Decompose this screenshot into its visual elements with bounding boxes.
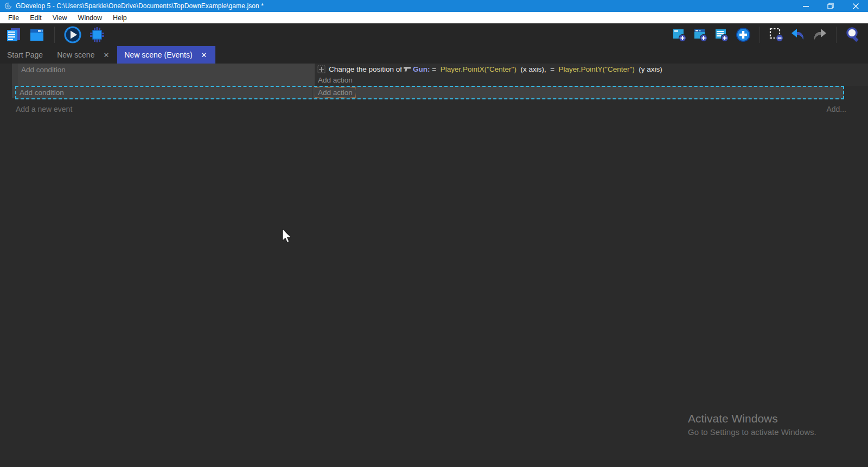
event2-add-condition[interactable]: Add condition — [16, 89, 312, 97]
remove-selection-icon[interactable] — [769, 27, 784, 42]
action-equals: = — [550, 65, 558, 73]
add-subevent-icon[interactable] — [693, 28, 708, 42]
toolbar-divider — [760, 27, 760, 43]
condition-action-divider — [312, 87, 313, 98]
gun-object-icon — [403, 66, 411, 72]
add-new-event-button[interactable]: Add a new event — [16, 105, 72, 113]
toolbar-divider — [836, 27, 837, 43]
event2-selected[interactable]: Add condition Add action — [15, 86, 844, 99]
add-more-icon[interactable] — [736, 27, 751, 42]
menu-help[interactable]: Help — [107, 12, 132, 23]
debugger-icon[interactable] — [88, 26, 106, 43]
add-comment-icon[interactable] — [714, 28, 729, 42]
tab-close-icon[interactable]: ✕ — [200, 51, 208, 60]
tab-bar: Start Page New scene ✕ New scene (Events… — [0, 46, 868, 64]
event1-add-condition[interactable]: Add condition — [18, 64, 315, 86]
menu-window[interactable]: Window — [73, 12, 107, 23]
close-button[interactable] — [843, 0, 868, 12]
tab-start-page[interactable]: Start Page — [0, 46, 50, 64]
redo-icon[interactable] — [812, 28, 827, 42]
menu-view[interactable]: View — [47, 12, 73, 23]
action-expression-x: Player.PointX("Center") — [441, 65, 516, 73]
tab-new-scene[interactable]: New scene ✕ — [50, 46, 117, 64]
gdevelop-logo-icon — [4, 2, 12, 10]
action-text-prefix: Change the position of — [329, 65, 402, 73]
title-bar: GDevelop 5 - C:\Users\Sparkle\OneDrive\D… — [0, 0, 868, 12]
tab-label: New scene — [57, 51, 94, 59]
action-object-name: Gun: — [413, 65, 430, 73]
event1-actions: Change the position of Gun: = Player.Poi… — [315, 64, 868, 86]
watermark-title: Activate Windows — [688, 412, 816, 425]
tab-label: Start Page — [7, 51, 43, 59]
toolbar-divider — [54, 27, 55, 43]
activate-windows-watermark: Activate Windows Go to Settings to activ… — [688, 412, 816, 437]
menu-bar: File Edit View Window Help — [0, 12, 868, 23]
menu-file[interactable]: File — [3, 12, 24, 23]
toolbar — [0, 23, 868, 46]
tab-new-scene-events[interactable]: New scene (Events) ✕ — [117, 46, 215, 64]
action-expression-y: Player.PointY("Center") — [559, 65, 635, 73]
watermark-subtitle: Go to Settings to activate Windows. — [688, 427, 816, 437]
tab-close-icon[interactable]: ✕ — [102, 51, 110, 60]
window-title: GDevelop 5 - C:\Users\Sparkle\OneDrive\D… — [16, 2, 264, 10]
tab-label: New scene (Events) — [124, 51, 192, 59]
mouse-cursor — [282, 229, 292, 244]
action-text-mid: (x axis), — [516, 65, 550, 73]
event1-add-action[interactable]: Add action — [315, 75, 868, 84]
event2-add-action[interactable]: Add action — [315, 87, 356, 98]
scene-editor-icon[interactable] — [29, 27, 45, 43]
search-icon[interactable] — [845, 27, 860, 43]
add-event-icon[interactable] — [672, 28, 687, 42]
action-text-suffix: (y axis) — [635, 65, 662, 73]
project-manager-icon[interactable] — [5, 27, 22, 43]
action-equals: = — [430, 65, 441, 73]
minimize-button[interactable] — [793, 0, 818, 12]
action-change-position[interactable]: Change the position of Gun: = Player.Poi… — [315, 64, 868, 75]
position-icon — [317, 65, 326, 73]
preview-play-icon[interactable] — [64, 26, 81, 43]
menu-edit[interactable]: Edit — [24, 12, 47, 23]
add-shortcut-button[interactable]: Add... — [826, 105, 846, 113]
restore-button[interactable] — [818, 0, 843, 12]
undo-icon[interactable] — [790, 28, 806, 42]
event-drag-handle[interactable] — [12, 64, 18, 86]
